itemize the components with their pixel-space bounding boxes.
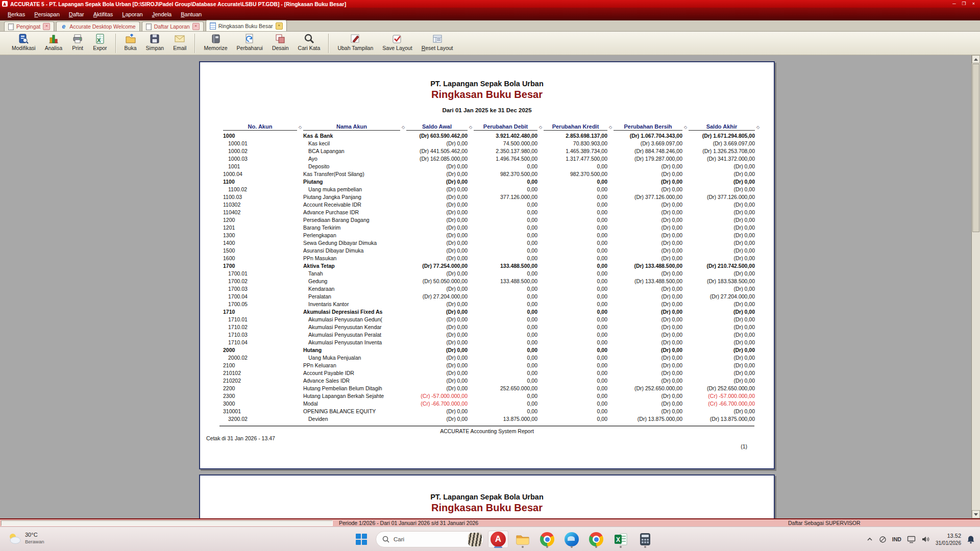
column-header-perubahan-kredit[interactable]: Perubahan Kredit bbox=[544, 123, 607, 131]
account-row-1000[interactable]: 1000Kas & Bank(Dr) 603.590.462,003.921.4… bbox=[223, 132, 761, 140]
taskbar-app-excel[interactable]: X bbox=[610, 531, 631, 548]
close-button[interactable]: × bbox=[969, 1, 978, 7]
toolbar-expor[interactable]: XExpor bbox=[88, 33, 111, 52]
scrollbar-thumb[interactable] bbox=[972, 64, 979, 232]
account-row-1000-01[interactable]: 1000.01Kas kecil(Dr) 0,0074.500.000,0070… bbox=[223, 140, 761, 147]
toolbar-email[interactable]: Email bbox=[168, 33, 191, 52]
menu-item-jendela[interactable]: Jendela bbox=[148, 10, 177, 19]
account-row-1200[interactable]: 1200Persediaan Barang Dagang(Dr) 0,000,0… bbox=[223, 216, 761, 224]
menu-item-laporan[interactable]: Laporan bbox=[117, 10, 147, 19]
account-row-1700-02[interactable]: 1700.02Gedung(Dr) 50.050.000,00133.488.5… bbox=[223, 278, 761, 285]
account-row-310001[interactable]: 310001OPENING BALANCE EQUITY(Dr) 0,000,0… bbox=[223, 408, 761, 415]
column-header-saldo-awal[interactable]: Saldo Awal bbox=[406, 123, 468, 131]
vertical-scrollbar[interactable] bbox=[971, 55, 980, 518]
toolbar-print[interactable]: Print bbox=[67, 33, 88, 52]
account-row-1001[interactable]: 1001Deposito(Dr) 0,000,000,00(Dr) 0,00(D… bbox=[223, 163, 761, 170]
close-icon[interactable]: × bbox=[276, 22, 283, 30]
toolbar-save-layout[interactable]: Save Layout bbox=[378, 33, 416, 52]
account-row-1700-04[interactable]: 1700.04Peralatan(Dr) 27.204.000,000,000,… bbox=[223, 293, 761, 300]
tab-ringkasan-buku-besar[interactable]: Ringkasan Buku Besar× bbox=[206, 20, 287, 31]
account-row-1700-05[interactable]: 1700.05Inventaris Kantor(Dr) 0,000,000,0… bbox=[223, 300, 761, 308]
account-row-1100-03[interactable]: 1100.03Piutang Jangka Panjang(Dr) 0,0037… bbox=[223, 193, 761, 201]
search-highlight-image[interactable] bbox=[468, 533, 482, 546]
account-row-2200[interactable]: 2200Hutang Pembelian Belum Ditagih(Dr) 0… bbox=[223, 385, 761, 392]
account-row-3200-02[interactable]: 3200.02Deviden(Dr) 0,0013.875.000,000,00… bbox=[223, 415, 761, 423]
sort-diamond-icon[interactable]: ◇ bbox=[468, 125, 474, 131]
account-row-2000-02[interactable]: 2000.02Uang Muka Penjualan(Dr) 0,000,000… bbox=[223, 354, 761, 362]
account-row-3000[interactable]: 3000Modal(Cr) -66.700.000,000,000,00(Dr)… bbox=[223, 400, 761, 408]
account-row-1201[interactable]: 1201Barang Terkirim(Dr) 0,000,000,00(Dr)… bbox=[223, 224, 761, 232]
taskbar-app-accurate[interactable]: A bbox=[488, 531, 508, 548]
account-row-1000-03[interactable]: 1000.03Ayo(Dr) 162.085.000,001.496.764.5… bbox=[223, 155, 761, 163]
menu-item-aktifitas[interactable]: Aktifitas bbox=[89, 10, 118, 19]
taskbar-app-chrome-2[interactable] bbox=[586, 531, 606, 548]
toolbar-buka[interactable]: Buka bbox=[120, 33, 141, 52]
taskbar-app-calculator[interactable] bbox=[635, 531, 655, 548]
account-row-1700[interactable]: 1700Aktiva Tetap(Dr) 77.254.000,00133.48… bbox=[223, 262, 761, 270]
keyboard-language-indicator[interactable]: IND bbox=[892, 536, 901, 542]
account-row-1700-03[interactable]: 1700.03Kendaraan(Dr) 0,000,000,00(Dr) 0,… bbox=[223, 285, 761, 293]
close-icon[interactable]: × bbox=[43, 23, 50, 30]
sort-diamond-icon[interactable]: ◇ bbox=[682, 125, 689, 131]
account-row-1700-01[interactable]: 1700.01Tanah(Dr) 0,000,000,00(Dr) 0,00(D… bbox=[223, 270, 761, 278]
toolbar-perbaharui[interactable]: Perbaharui bbox=[232, 33, 267, 52]
scroll-up-arrow[interactable] bbox=[972, 55, 980, 63]
menu-item-bantuan[interactable]: Bantuan bbox=[176, 10, 206, 19]
tab-daftar-laporan[interactable]: Daftar Laporan× bbox=[142, 21, 204, 31]
account-row-1400[interactable]: 1400Sewa Gedung Dibayar Dimuka(Dr) 0,000… bbox=[223, 239, 761, 247]
account-row-1710-02[interactable]: 1710.02Akumulasi Penyusutan Kendar(Dr) 0… bbox=[223, 323, 761, 331]
column-header-saldo-akhir[interactable]: Saldo Akhir bbox=[689, 123, 755, 131]
menu-item-daftar[interactable]: Daftar bbox=[64, 10, 89, 19]
column-header-no-akun[interactable]: No. Akun bbox=[223, 123, 297, 131]
cast-screen-icon[interactable] bbox=[907, 536, 916, 543]
taskbar-clock[interactable]: 13.52 31/01/2026 bbox=[936, 532, 961, 546]
toolbar-memorize[interactable]: Memorize bbox=[199, 33, 232, 52]
taskbar-search-box[interactable]: Cari bbox=[376, 531, 484, 547]
start-button[interactable] bbox=[351, 531, 372, 548]
sort-diamond-icon[interactable]: ◇ bbox=[400, 125, 406, 131]
sort-diamond-icon[interactable]: ◇ bbox=[537, 125, 544, 131]
account-row-1000-02[interactable]: 1000.02BCA Lapangan(Dr) 441.505.462,002.… bbox=[223, 147, 761, 155]
close-icon[interactable]: × bbox=[192, 23, 200, 30]
toolbar-simpan[interactable]: Simpan bbox=[141, 33, 169, 52]
account-row-2000[interactable]: 2000Hutang(Dr) 0,000,000,00(Dr) 0,00(Dr)… bbox=[223, 346, 761, 354]
minimize-button[interactable]: ─ bbox=[950, 1, 959, 7]
do-not-disturb-icon[interactable] bbox=[879, 536, 887, 543]
toolbar-analisa[interactable]: Analisa bbox=[40, 33, 67, 52]
account-row-1300[interactable]: 1300Perlengkapan(Dr) 0,000,000,00(Dr) 0,… bbox=[223, 232, 761, 239]
account-row-1000-04[interactable]: 1000.04Kas Transfer(Post Silang)(Dr) 0,0… bbox=[223, 170, 761, 178]
account-row-210202[interactable]: 210202Advance Sales IDR(Dr) 0,000,000,00… bbox=[223, 377, 761, 385]
account-row-1710[interactable]: 1710Akumulasi Depresiasi Fixed As(Dr) 0,… bbox=[223, 308, 761, 316]
column-header-perubahan-bersih[interactable]: Perubahan Bersih bbox=[614, 123, 682, 131]
toolbar-cari-kata[interactable]: Cari Kata bbox=[293, 33, 325, 52]
account-row-1100[interactable]: 1100Piutang(Dr) 0,000,000,00(Dr) 0,00(Dr… bbox=[223, 178, 761, 186]
account-row-2300[interactable]: 2300Hutang Lapangan Berkah Sejahte(Cr) -… bbox=[223, 392, 761, 400]
scroll-down-arrow[interactable] bbox=[972, 510, 980, 518]
taskbar-weather-widget[interactable]: 30°C Berawan bbox=[7, 531, 44, 545]
account-row-1710-03[interactable]: 1710.03Akumulasi Penyusutan Peralat(Dr) … bbox=[223, 331, 761, 339]
account-row-1100-02[interactable]: 1100.02Uang muka pembelian(Dr) 0,000,000… bbox=[223, 186, 761, 193]
menu-item-berkas[interactable]: Berkas bbox=[3, 10, 30, 19]
speaker-icon[interactable] bbox=[921, 536, 930, 543]
account-row-2100[interactable]: 2100PPn Keluaran(Dr) 0,000,000,00(Dr) 0,… bbox=[223, 362, 761, 369]
menu-item-persiapan[interactable]: Persiapan bbox=[30, 10, 64, 19]
tab-pengingat[interactable]: Pengingat× bbox=[4, 21, 54, 31]
tab-accurate-desktop-welcome[interactable]: eAccurate Desktop Welcome bbox=[56, 21, 139, 31]
account-row-1710-04[interactable]: 1710.04Akumulasi Penyusutan Inventa(Dr) … bbox=[223, 339, 761, 346]
sort-diamond-icon[interactable]: ◇ bbox=[607, 125, 614, 131]
account-row-1710-01[interactable]: 1710.01Akumulasi Penyusutan Gedun((Dr) 0… bbox=[223, 316, 761, 323]
sort-diamond-icon[interactable]: ◇ bbox=[297, 125, 303, 131]
account-row-110302[interactable]: 110302Account Receivable IDR(Dr) 0,000,0… bbox=[223, 201, 761, 209]
taskbar-app-explorer[interactable] bbox=[512, 531, 533, 548]
toolbar-reset-layout[interactable]: Reset Layout bbox=[417, 33, 458, 52]
account-row-110402[interactable]: 110402Advance Purchase IDR(Dr) 0,000,000… bbox=[223, 209, 761, 216]
taskbar-app-chrome[interactable] bbox=[537, 531, 557, 548]
column-header-nama-akun[interactable]: Nama Akun bbox=[303, 123, 400, 131]
notification-bell-icon[interactable] bbox=[967, 535, 975, 544]
chevron-up-icon[interactable] bbox=[866, 536, 873, 542]
toolbar-modifikasi[interactable]: Modifikasi bbox=[7, 33, 40, 52]
account-row-1500[interactable]: 1500Asuransi Dibayar Dimuka(Dr) 0,000,00… bbox=[223, 247, 761, 255]
sort-diamond-icon[interactable]: ◇ bbox=[755, 125, 761, 131]
account-row-210102[interactable]: 210102Account Payable IDR(Dr) 0,000,000,… bbox=[223, 369, 761, 377]
account-row-1600[interactable]: 1600PPn Masukan(Dr) 0,000,000,00(Dr) 0,0… bbox=[223, 255, 761, 262]
